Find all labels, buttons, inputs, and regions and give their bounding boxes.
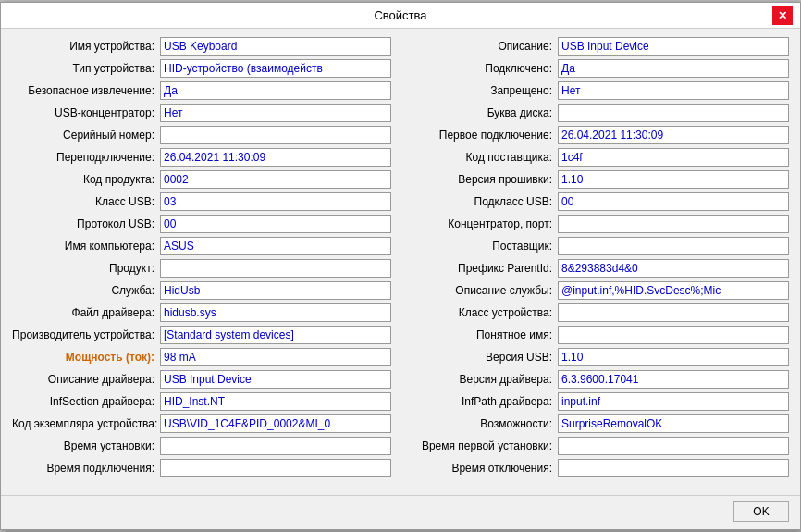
field-label: Первое подключение: <box>410 129 558 142</box>
left-field-row: Имя компьютера: <box>12 236 391 256</box>
right-field-row: Код поставщика: <box>410 147 789 167</box>
field-label: Код продукта: <box>12 173 160 186</box>
field-input[interactable] <box>558 326 789 344</box>
field-input[interactable] <box>558 237 789 255</box>
field-input[interactable] <box>160 81 391 100</box>
field-label: Имя устройства: <box>12 40 160 53</box>
right-field-row: Понятное имя: <box>410 325 789 345</box>
field-input[interactable] <box>558 170 789 189</box>
left-field-row: Код продукта: <box>12 169 391 190</box>
field-input[interactable] <box>558 192 789 211</box>
window-title: Свойства <box>29 8 772 22</box>
field-label: Файл драйвера: <box>12 306 160 319</box>
field-input[interactable] <box>558 259 789 278</box>
field-label: Переподключение: <box>12 151 160 164</box>
field-label: Продукт: <box>12 262 160 275</box>
right-field-row: Запрещено: <box>410 80 789 101</box>
right-field-row: Возможности: <box>410 414 789 434</box>
field-input[interactable] <box>160 126 391 144</box>
field-label: Безопасное извлечение: <box>12 84 160 97</box>
field-input[interactable] <box>160 459 391 477</box>
right-column: Описание:Подключено:Запрещено:Буква диск… <box>410 36 789 480</box>
field-label: Версия драйвера: <box>410 373 558 386</box>
field-input[interactable] <box>160 326 391 344</box>
field-input[interactable] <box>160 281 391 300</box>
field-input[interactable] <box>160 414 391 433</box>
field-label: Серийный номер: <box>12 129 160 142</box>
field-input[interactable] <box>160 392 391 411</box>
field-input[interactable] <box>160 237 391 255</box>
field-label: InfPath драйвера: <box>410 395 558 408</box>
field-input[interactable] <box>160 59 391 78</box>
field-input[interactable] <box>160 303 391 322</box>
field-label: Возможности: <box>410 417 558 430</box>
field-label: Версия прошивки: <box>410 173 558 186</box>
field-input[interactable] <box>558 437 789 455</box>
field-input[interactable] <box>160 370 391 389</box>
field-label: Протокол USB: <box>12 217 160 230</box>
left-field-row: Код экземпляра устройства: <box>12 414 391 434</box>
left-field-row: Серийный номер: <box>12 125 391 145</box>
field-input[interactable] <box>558 59 789 78</box>
field-input[interactable] <box>160 348 391 366</box>
field-input[interactable] <box>558 81 789 100</box>
right-field-row: Версия драйвера: <box>410 369 789 390</box>
field-input[interactable] <box>558 370 789 389</box>
left-column: Имя устройства:Тип устройства:Безопасное… <box>12 36 391 480</box>
right-field-row: Поставщик: <box>410 236 789 256</box>
field-label: Имя компьютера: <box>12 240 160 253</box>
left-field-row: Тип устройства: <box>12 58 391 79</box>
field-label: Поставщик: <box>410 240 558 253</box>
field-input[interactable] <box>558 37 789 56</box>
field-input[interactable] <box>558 459 789 477</box>
field-input[interactable] <box>160 37 391 56</box>
right-field-row: Описание: <box>410 36 789 56</box>
right-field-row: Подкласс USB: <box>410 192 789 212</box>
left-field-row: Безопасное извлечение: <box>12 80 391 101</box>
field-label: Буква диска: <box>410 106 558 119</box>
field-label: Описание: <box>410 40 558 53</box>
right-field-row: Время первой установки: <box>410 436 789 456</box>
field-input[interactable] <box>558 392 789 411</box>
field-label: Мощность (ток): <box>12 351 160 364</box>
field-label: Описание службы: <box>410 284 558 297</box>
field-label: Класс USB: <box>12 195 160 208</box>
field-label: Производитель устройства: <box>12 328 160 341</box>
field-input[interactable] <box>558 126 789 144</box>
left-field-row: Протокол USB: <box>12 214 391 234</box>
field-input[interactable] <box>558 104 789 122</box>
field-label: Время подключения: <box>12 462 160 475</box>
field-label: Код экземпляра устройства: <box>12 417 160 430</box>
field-label: Класс устройства: <box>410 306 558 319</box>
left-field-row: Класс USB: <box>12 192 391 212</box>
field-label: Код поставщика: <box>410 151 558 164</box>
field-input[interactable] <box>558 303 789 322</box>
field-label: Понятное имя: <box>410 328 558 341</box>
field-label: InfSection драйвера: <box>12 395 160 408</box>
field-input[interactable] <box>160 259 391 278</box>
field-input[interactable] <box>558 414 789 433</box>
field-input[interactable] <box>558 281 789 300</box>
field-input[interactable] <box>160 170 391 189</box>
field-input[interactable] <box>558 348 789 366</box>
field-input[interactable] <box>160 192 391 211</box>
field-label: Время установки: <box>12 439 160 452</box>
field-label: Служба: <box>12 284 160 297</box>
field-input[interactable] <box>160 148 391 167</box>
field-input[interactable] <box>160 215 391 233</box>
close-button[interactable]: ✕ <box>772 6 793 25</box>
field-label: Версия USB: <box>410 351 558 364</box>
title-bar: Свойства ✕ <box>1 3 800 29</box>
right-field-row: Описание службы: <box>410 280 789 301</box>
field-input[interactable] <box>160 104 391 122</box>
left-field-row: Мощность (ток): <box>12 347 391 367</box>
right-field-row: Подключено: <box>410 58 789 79</box>
left-field-row: USB-концентратор: <box>12 103 391 123</box>
field-input[interactable] <box>558 215 789 233</box>
left-field-row: Имя устройства: <box>12 36 391 56</box>
left-field-row: Переподключение: <box>12 147 391 167</box>
field-input[interactable] <box>558 148 789 167</box>
field-input[interactable] <box>160 437 391 455</box>
ok-button[interactable]: OK <box>733 501 789 522</box>
left-field-row: Время установки: <box>12 436 391 456</box>
